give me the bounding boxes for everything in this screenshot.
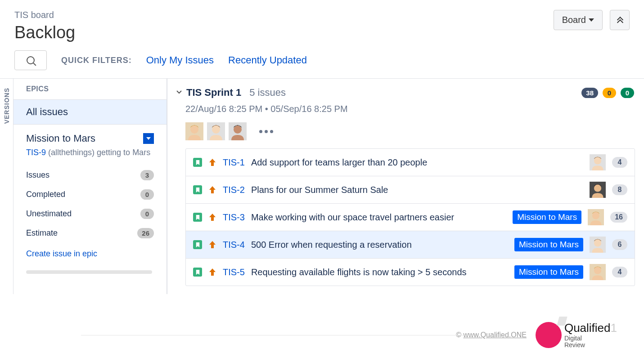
issue-key[interactable]: TIS-5	[223, 267, 245, 277]
estimate-done: 0	[621, 88, 634, 98]
svg-point-11	[592, 212, 599, 219]
filter-recently-updated[interactable]: Recently Updated	[228, 54, 307, 66]
assignee-avatar[interactable]	[590, 154, 606, 170]
versions-label: VERSIONS	[3, 88, 10, 124]
issue-estimate: 4	[612, 267, 627, 277]
story-icon	[193, 213, 202, 222]
sprint-collapse-toggle[interactable]	[176, 89, 182, 96]
priority-up-icon	[208, 240, 216, 249]
stat-estimate: Estimate 26	[26, 223, 154, 243]
stat-issues: Issues 3	[26, 165, 154, 185]
svg-point-9	[594, 184, 601, 192]
epic-summary-rest: (allthethings) getting to Mars	[46, 148, 150, 157]
search-icon	[27, 56, 35, 64]
priority-up-icon	[208, 213, 216, 222]
avatar[interactable]	[229, 122, 247, 140]
assignee-avatar[interactable]	[588, 209, 604, 225]
epics-heading: EPICS	[14, 79, 167, 99]
priority-up-icon	[208, 268, 216, 277]
svg-point-1	[190, 125, 198, 134]
logo-text-1: 1	[611, 321, 617, 335]
story-icon	[193, 158, 202, 167]
more-actions-button[interactable]	[259, 130, 273, 133]
all-issues-item[interactable]: All issues	[14, 99, 167, 125]
caret-down-icon	[589, 18, 594, 22]
sprint-name[interactable]: TIS Sprint 1	[186, 87, 241, 98]
issue-estimate: 6	[612, 239, 627, 250]
assignee-avatar[interactable]	[590, 182, 606, 198]
sprint-dates: 22/Aug/16 8:25 PM • 05/Sep/16 8:25 PM	[173, 98, 638, 122]
issue-key[interactable]: TIS-1	[223, 157, 245, 168]
issues-list: TIS-1Add support for teams larger than 2…	[185, 148, 635, 286]
issue-key[interactable]: TIS-4	[223, 240, 245, 250]
epic-tag[interactable]: Mission to Mars	[514, 238, 583, 251]
sprint-assignees	[173, 122, 638, 148]
issue-summary: 500 Error when requesting a reservation	[251, 240, 508, 250]
story-icon	[193, 185, 202, 194]
footer-divider	[81, 335, 473, 335]
create-issue-in-epic-link[interactable]: Create issue in epic	[26, 243, 97, 265]
estimate-in-progress: 0	[603, 88, 616, 98]
story-icon	[193, 240, 202, 249]
board-button-label: Board	[562, 15, 586, 25]
assignee-avatar[interactable]	[590, 264, 606, 280]
issue-summary: Add support for teams larger than 20 peo…	[251, 157, 583, 168]
svg-point-15	[594, 267, 601, 274]
filter-only-my-issues[interactable]: Only My Issues	[146, 54, 214, 66]
issue-summary: Requesting available flights is now taki…	[251, 267, 508, 277]
sidebar-scrollbar[interactable]	[26, 270, 152, 274]
svg-point-5	[234, 125, 242, 134]
issue-key[interactable]: TIS-2	[223, 185, 245, 195]
estimate-todo: 38	[581, 88, 598, 98]
footer: © www.Qualified.ONE Qualified1 Digital R…	[0, 312, 644, 358]
stat-estimate-value: 26	[137, 228, 154, 238]
issue-estimate: 8	[612, 184, 627, 195]
epic-dropdown-toggle[interactable]	[143, 133, 154, 144]
avatar[interactable]	[207, 122, 225, 140]
epics-sidebar: EPICS All issues Mission to Mars TIS-9 (…	[14, 79, 167, 294]
board-name[interactable]: TIS board	[14, 10, 75, 20]
issue-row[interactable]: TIS-2Plans for our Summer Saturn Sale8	[186, 176, 635, 204]
avatar[interactable]	[185, 122, 203, 140]
epic-tag[interactable]: Mission to Mars	[514, 265, 583, 279]
page-title: Backlog	[14, 23, 75, 42]
logo-sub1: Digital	[564, 335, 617, 342]
stat-unestimated-value: 0	[140, 209, 154, 219]
stat-unestimated: Unestimated 0	[26, 204, 154, 223]
board-dropdown-button[interactable]: Board	[554, 10, 603, 30]
issue-summary: Plans for our Summer Saturn Sale	[251, 185, 583, 195]
issue-estimate: 4	[612, 157, 627, 168]
logo-text-main: Qualified	[564, 321, 611, 335]
issue-row[interactable]: TIS-4500 Error when requesting a reserva…	[186, 231, 635, 259]
issue-row[interactable]: TIS-3Make working with our space travel …	[186, 204, 635, 231]
epic-tag[interactable]: Mission to Mars	[513, 210, 581, 224]
epic-title: Mission to Mars	[26, 133, 95, 144]
expand-button[interactable]	[610, 10, 630, 30]
search-button[interactable]	[14, 50, 47, 70]
sprint-issue-count: 5 issues	[249, 87, 286, 98]
sprint-estimate-pills: 38 0 0	[581, 88, 634, 98]
issue-summary: Make working with our space travel partn…	[251, 212, 506, 223]
caret-down-icon	[146, 137, 151, 140]
assignee-avatar[interactable]	[590, 237, 606, 253]
issue-estimate: 16	[610, 212, 627, 223]
qualified-logo[interactable]: Qualified1 Digital Review	[536, 321, 617, 349]
issue-row[interactable]: TIS-5Requesting available flights is now…	[186, 259, 635, 286]
versions-panel-tab[interactable]: VERSIONS	[0, 79, 14, 294]
story-icon	[193, 268, 202, 277]
chevrons-up-icon	[617, 17, 623, 23]
stat-issues-value: 3	[140, 170, 154, 180]
issue-row[interactable]: TIS-1Add support for teams larger than 2…	[186, 149, 635, 176]
quick-filters-label: QUICK FILTERS:	[61, 56, 132, 65]
stat-completed: Completed 0	[26, 185, 154, 204]
svg-point-3	[212, 125, 220, 134]
svg-point-13	[594, 239, 601, 246]
logo-circle-icon	[536, 322, 562, 348]
priority-up-icon	[208, 185, 216, 194]
issue-key[interactable]: TIS-3	[223, 212, 245, 223]
epic-block[interactable]: Mission to Mars TIS-9 (allthethings) get…	[14, 125, 167, 268]
priority-up-icon	[208, 158, 216, 167]
svg-point-7	[594, 157, 601, 164]
epic-subtitle[interactable]: TIS-9 (allthethings) getting to Mars	[26, 148, 154, 157]
backlog-content: TIS Sprint 1 5 issues 38 0 0 22/Aug/16 8…	[167, 79, 644, 294]
